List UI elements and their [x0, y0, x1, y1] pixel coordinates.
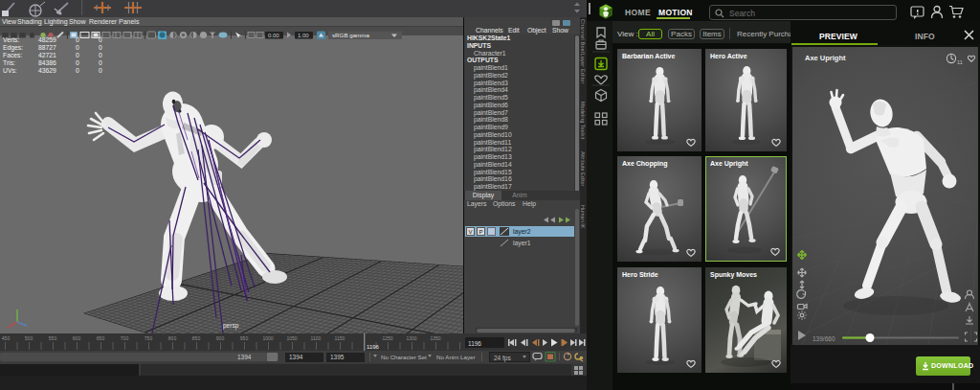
svg-text:1050: 1050 — [286, 335, 297, 341]
svg-text:1196: 1196 — [468, 340, 481, 347]
svg-text:600: 600 — [73, 335, 81, 341]
svg-text:450: 450 — [2, 335, 11, 341]
svg-text:750: 750 — [145, 335, 153, 341]
svg-text:1150: 1150 — [335, 335, 345, 341]
svg-text:550: 550 — [49, 335, 57, 341]
svg-text:950: 950 — [240, 335, 249, 341]
svg-text:1196: 1196 — [367, 344, 380, 350]
svg-text:900: 900 — [216, 335, 225, 341]
svg-text:1100: 1100 — [311, 335, 322, 341]
svg-text:11: 11 — [957, 59, 963, 65]
svg-text:1300: 1300 — [406, 335, 416, 341]
svg-text:1350: 1350 — [430, 335, 440, 341]
svg-text:800: 800 — [168, 335, 177, 341]
svg-text:700: 700 — [121, 335, 129, 341]
svg-text:1250: 1250 — [382, 335, 392, 341]
svg-text:Axe Upright: Axe Upright — [805, 54, 846, 62]
svg-text:650: 650 — [97, 335, 105, 341]
svg-text:500: 500 — [25, 335, 33, 341]
svg-text:850: 850 — [192, 335, 201, 341]
svg-text:139/660: 139/660 — [813, 335, 835, 342]
svg-text:1000: 1000 — [262, 335, 273, 341]
